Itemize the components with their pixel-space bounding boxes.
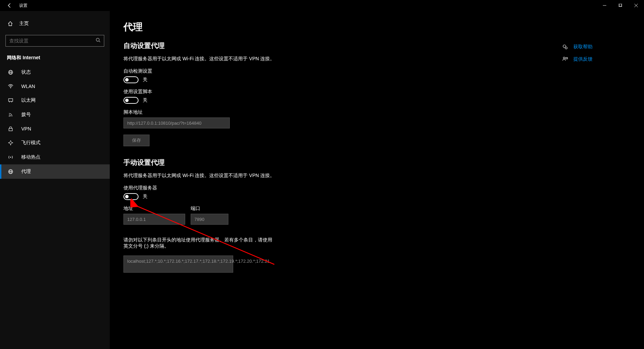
svg-point-21	[565, 47, 567, 49]
svg-point-14	[9, 116, 10, 116]
minimize-button[interactable]	[597, 0, 612, 11]
script-address-value: http://127.0.0.1:10810/pac/?t=164840	[127, 121, 202, 126]
save-button-label: 保存	[132, 137, 141, 144]
sidebar-item-wlan[interactable]: WLAN	[0, 79, 110, 93]
feedback-link[interactable]: 提供反馈	[562, 56, 630, 62]
address-label: 地址	[123, 205, 185, 212]
auto-detect-toggle[interactable]	[123, 76, 139, 83]
sidebar-item-status[interactable]: 状态	[0, 65, 110, 79]
use-script-toggle[interactable]	[123, 97, 139, 104]
sidebar: 主页 网络和 Internet 状态 WLAN 以太网 拨号 VPN	[0, 11, 110, 349]
nav-label: 移动热点	[21, 154, 40, 160]
auto-detect-label: 自动检测设置	[123, 68, 630, 74]
port-label: 端口	[191, 205, 228, 212]
port-value: 7890	[194, 217, 204, 222]
save-button-auto[interactable]: 保存	[123, 135, 150, 146]
bypass-input[interactable]: localhost;127.*;10.*;172.16.*;172.17.*;1…	[123, 255, 233, 273]
address-value: 127.0.0.1	[127, 217, 146, 222]
manual-section-desc: 将代理服务器用于以太网或 Wi-Fi 连接。这些设置不适用于 VPN 连接。	[123, 173, 630, 179]
use-script-label: 使用设置脚本	[123, 89, 630, 95]
home-link[interactable]: 主页	[0, 17, 110, 30]
sidebar-item-vpn[interactable]: VPN	[0, 122, 110, 136]
proxy-icon	[7, 169, 14, 174]
sidebar-item-airplane[interactable]: 飞行模式	[0, 136, 110, 150]
nav-label: 拨号	[21, 112, 31, 118]
svg-rect-23	[566, 58, 568, 59]
nav-label: 以太网	[21, 97, 36, 103]
dialup-icon	[7, 112, 14, 117]
svg-point-10	[10, 88, 11, 88]
page-title: 代理	[123, 21, 630, 34]
home-icon	[7, 21, 14, 26]
svg-line-6	[99, 41, 100, 42]
use-proxy-state: 关	[143, 194, 147, 200]
manual-section-title: 手动设置代理	[123, 158, 630, 167]
wifi-icon	[7, 84, 14, 89]
window-title: 设置	[19, 3, 27, 9]
close-button[interactable]	[628, 0, 644, 11]
svg-rect-11	[9, 99, 13, 101]
window-controls	[597, 0, 644, 11]
script-address-input[interactable]: http://127.0.0.1:10810/pac/?t=164840	[123, 117, 230, 128]
sidebar-item-dialup[interactable]: 拨号	[0, 108, 110, 122]
search-input[interactable]	[9, 38, 96, 43]
category-title: 网络和 Internet	[0, 53, 110, 65]
search-icon	[96, 38, 100, 44]
nav-label: 状态	[21, 69, 31, 75]
ethernet-icon	[7, 98, 14, 103]
use-proxy-label: 使用代理服务器	[123, 185, 630, 191]
address-input[interactable]: 127.0.0.1	[123, 214, 185, 225]
svg-point-16	[10, 157, 11, 158]
content-area: 代理 自动设置代理 将代理服务器用于以太网或 Wi-Fi 连接。这些设置不适用于…	[110, 11, 644, 349]
feedback-label: 提供反馈	[573, 56, 593, 62]
hotspot-icon	[7, 154, 14, 160]
sidebar-item-hotspot[interactable]: 移动热点	[0, 150, 110, 164]
sidebar-item-proxy[interactable]: 代理	[0, 164, 110, 179]
port-input[interactable]: 7890	[191, 214, 228, 225]
use-proxy-toggle[interactable]	[123, 193, 139, 200]
get-help-label: 获取帮助	[573, 44, 593, 50]
feedback-icon	[562, 57, 569, 62]
svg-rect-2	[619, 4, 622, 7]
use-script-state: 关	[143, 97, 147, 103]
search-box[interactable]	[5, 35, 104, 47]
nav-label: VPN	[21, 126, 31, 132]
vpn-icon	[7, 126, 14, 132]
auto-section-desc: 将代理服务器用于以太网或 Wi-Fi 连接。这些设置不适用于 VPN 连接。	[123, 56, 630, 62]
nav-label: WLAN	[21, 84, 35, 89]
bypass-desc: 请勿对以下列条目开头的地址使用代理服务器。若有多个条目，请使用英文分号 (;) …	[123, 237, 274, 249]
svg-point-5	[96, 38, 99, 41]
auto-detect-state: 关	[143, 77, 147, 83]
svg-point-22	[563, 57, 565, 59]
right-panel: 获取帮助 提供反馈	[562, 44, 630, 68]
titlebar: 设置	[0, 0, 644, 11]
svg-rect-15	[9, 128, 12, 131]
help-icon	[562, 44, 569, 50]
home-label: 主页	[19, 21, 29, 27]
airplane-icon	[7, 140, 14, 146]
nav-label: 飞行模式	[21, 140, 40, 146]
back-button[interactable]	[3, 0, 16, 11]
auto-section-title: 自动设置代理	[123, 41, 630, 50]
bypass-value: localhost;127.*;10.*;172.16.*;172.17.*;1…	[127, 259, 271, 264]
maximize-button[interactable]	[612, 0, 628, 11]
status-icon	[7, 70, 14, 75]
script-address-label: 脚本地址	[123, 109, 630, 115]
svg-rect-1	[619, 4, 621, 7]
sidebar-item-ethernet[interactable]: 以太网	[0, 93, 110, 108]
get-help-link[interactable]: 获取帮助	[562, 44, 630, 50]
nav-label: 代理	[21, 169, 31, 175]
